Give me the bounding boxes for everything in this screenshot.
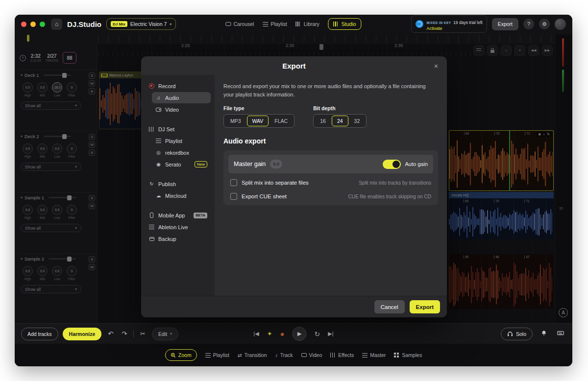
rekordbox-icon: ◎ (155, 150, 162, 155)
tab-library[interactable]: Library (296, 21, 319, 27)
nav-djset[interactable]: DJ Set (145, 123, 211, 135)
tab-track[interactable]: ♪Track (275, 352, 293, 358)
cue-sheet-hint: CUE file enables track skipping on CD (348, 194, 431, 199)
split-mix-label: Split mix into separate files (242, 180, 309, 186)
nav-serato[interactable]: ◉SeratoNew (152, 159, 211, 170)
magnifier-icon (171, 353, 176, 358)
tab-effects[interactable]: Effects (330, 352, 354, 358)
dialog-title: Export (282, 62, 306, 70)
split-mix-row: Split mix into separate files Split mix … (228, 173, 433, 187)
nav-video[interactable]: Video (152, 104, 211, 115)
cue-sheet-checkbox[interactable] (230, 193, 237, 200)
trial-days: 19 days trial left (453, 20, 483, 25)
file-type-label: File type (223, 105, 294, 111)
chevron-down-icon: ▾ (170, 332, 172, 336)
master-icon (362, 353, 368, 357)
nav-playlist[interactable]: Playlist (152, 135, 211, 146)
bit-depth-label: Bit depth (313, 105, 367, 111)
project-name: Electric Vision 7 (130, 21, 167, 27)
nav-publish[interactable]: ↻Publish (145, 178, 211, 190)
tab-playlist[interactable]: Playlist (263, 21, 287, 27)
nav-audio[interactable]: ♫Audio (152, 92, 211, 103)
scissors-icon: ✂ (140, 330, 146, 337)
nav-rekordbox[interactable]: ◎rekordbox (152, 147, 211, 158)
auto-gain-toggle[interactable] (383, 160, 401, 169)
nav-backup[interactable]: Backup (145, 233, 211, 244)
trial-info[interactable]: MIXED IN KEY 19 days trial left Activate (411, 15, 487, 33)
nav-ableton-live[interactable]: Ableton Live (145, 221, 211, 233)
home-button[interactable]: ⌂ (51, 19, 62, 30)
divider (133, 330, 134, 338)
export-description: Record and export your mix to one or mor… (223, 82, 435, 98)
trial-brand: MIXED IN KEY (427, 21, 451, 24)
chevron-down-icon: ▾ (170, 22, 172, 26)
project-type-badge: DJ Mix (111, 21, 127, 27)
export-dialog-header: Export × (141, 56, 447, 75)
play-button[interactable]: ▶ (293, 327, 307, 341)
add-tracks-button[interactable]: Add tracks (21, 328, 58, 340)
nav-record[interactable]: Record (145, 80, 211, 92)
tab-master[interactable]: Master (362, 352, 386, 358)
solo-button[interactable]: Solo (501, 328, 533, 340)
bit-depth-32[interactable]: 32 (349, 116, 366, 126)
gear-icon: ⚙ (542, 21, 547, 27)
tab-playlist-bottom[interactable]: Playlist (205, 352, 229, 358)
shortcuts-button[interactable] (555, 329, 566, 339)
file-type-mp3[interactable]: MP3 (225, 116, 246, 126)
help-button[interactable]: ? (523, 19, 534, 29)
mixedinkey-logo-icon (416, 20, 423, 28)
zoom-window-button[interactable] (40, 22, 45, 27)
master-gain-value[interactable]: 0.0 (270, 160, 282, 168)
minimize-window-button[interactable] (30, 22, 36, 27)
magic-wand-button[interactable]: ✦ (267, 330, 272, 337)
studio-waveform-icon (334, 22, 339, 26)
export-dialog-footer: Cancel Export (141, 296, 447, 317)
avatar[interactable] (555, 19, 566, 30)
split-mix-checkbox[interactable] (230, 179, 237, 186)
app-window: ⌂ DJ.Studio DJ Mix Electric Vision 7 ▾ C… (15, 15, 572, 366)
cancel-button[interactable]: Cancel (374, 300, 405, 313)
nav-mixcloud[interactable]: ☁Mixcloud (152, 190, 211, 201)
project-selector[interactable]: DJ Mix Electric Vision 7 ▾ (106, 18, 176, 30)
activate-link[interactable]: Activate (427, 26, 483, 31)
audio-export-heading: Audio export (223, 137, 438, 145)
tab-samples[interactable]: Samples (394, 352, 422, 358)
settings-button[interactable]: ⚙ (539, 19, 550, 29)
skip-to-end-button[interactable]: ▶| (328, 331, 333, 337)
harmonize-button[interactable]: Harmonize (63, 328, 102, 340)
record-button[interactable]: ● (280, 330, 285, 338)
skip-to-start-button[interactable]: |◀ (253, 331, 259, 337)
file-type-segmented-control: MP3 WAV FLAC (223, 114, 294, 128)
samples-icon (394, 353, 396, 355)
file-type-wav[interactable]: WAV (247, 116, 269, 126)
mixcloud-icon: ☁ (155, 193, 162, 198)
export-confirm-button[interactable]: Export (410, 300, 440, 313)
bit-depth-24[interactable]: 24 (332, 116, 348, 126)
close-dialog-button[interactable]: × (431, 61, 441, 71)
cue-sheet-label: Export CUE sheet (242, 193, 287, 199)
nav-mobile-app[interactable]: Mobile AppBETA (145, 210, 211, 221)
transport-controls: |◀ ✦ ● ▶ ↻ ▶| (253, 327, 333, 341)
help-icon: ? (527, 21, 530, 27)
new-badge: New (195, 161, 207, 167)
tab-studio[interactable]: Studio (328, 18, 362, 30)
video-icon (156, 108, 161, 112)
export-button-titlebar[interactable]: Export (492, 18, 518, 30)
traffic-lights (21, 22, 45, 27)
tab-carousel[interactable]: Carousel (225, 21, 254, 27)
edit-dropdown[interactable]: Edit▾ (152, 328, 178, 340)
redo-button[interactable]: ↷ (120, 329, 129, 339)
loop-button[interactable]: ↻ (315, 330, 320, 338)
beta-badge: BETA (194, 213, 207, 218)
tab-video[interactable]: Video (301, 352, 322, 358)
tab-transition[interactable]: ⇄Transition (238, 352, 267, 358)
bell-icon (541, 330, 547, 336)
bit-depth-16[interactable]: 16 (315, 116, 331, 126)
notifications-button[interactable] (539, 329, 549, 339)
serato-icon: ◉ (155, 162, 162, 167)
close-window-button[interactable] (21, 22, 26, 27)
file-type-flac[interactable]: FLAC (269, 116, 293, 126)
undo-button[interactable]: ↶ (106, 329, 115, 339)
tab-zoom[interactable]: Zoom (165, 349, 197, 361)
cut-button[interactable]: ✂ (138, 329, 147, 339)
